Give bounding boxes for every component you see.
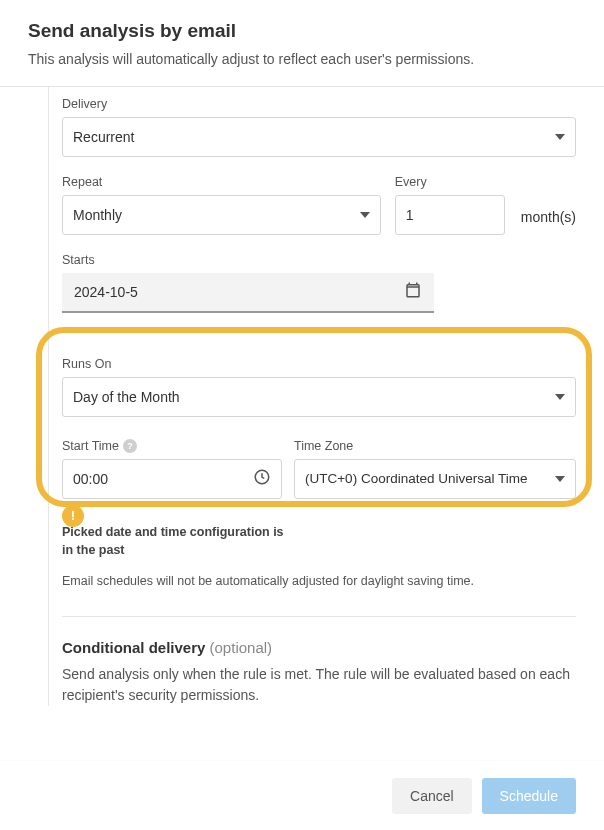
dialog-header: Send analysis by email This analysis wil… <box>0 0 604 87</box>
runs-on-value: Day of the Month <box>73 389 180 405</box>
every-value: 1 <box>406 207 414 223</box>
every-input[interactable]: 1 <box>395 195 505 235</box>
runs-on-label: Runs On <box>62 357 576 371</box>
warning-text: Picked date and time configuration is in… <box>62 523 576 561</box>
calendar-icon <box>404 281 422 302</box>
dst-info: Email schedules will not be automaticall… <box>62 574 576 588</box>
clock-icon <box>253 468 271 489</box>
divider <box>62 616 576 617</box>
schedule-button[interactable]: Schedule <box>482 778 576 814</box>
starts-value: 2024-10-5 <box>74 284 138 300</box>
runs-on-select[interactable]: Day of the Month <box>62 377 576 417</box>
help-icon[interactable]: ? <box>123 439 137 453</box>
timezone-value: (UTC+0) Coordinated Universal Time <box>305 471 527 486</box>
conditional-delivery-title: Conditional delivery (optional) <box>62 639 576 656</box>
dialog-title: Send analysis by email <box>28 20 576 42</box>
start-time-label: Start Time ? <box>62 439 282 453</box>
cancel-button[interactable]: Cancel <box>392 778 472 814</box>
starts-label: Starts <box>62 253 576 267</box>
start-time-input[interactable]: 00:00 <box>62 459 282 499</box>
scroll-fade <box>0 720 604 760</box>
repeat-label: Repeat <box>62 175 381 189</box>
dialog-footer: Cancel Schedule <box>0 760 604 830</box>
starts-date-input[interactable]: 2024-10-5 <box>62 273 434 313</box>
timezone-label: Time Zone <box>294 439 576 453</box>
chevron-down-icon <box>555 476 565 482</box>
repeat-select[interactable]: Monthly <box>62 195 381 235</box>
every-unit: month(s) <box>519 209 576 235</box>
delivery-label: Delivery <box>62 97 576 111</box>
timezone-select[interactable]: (UTC+0) Coordinated Universal Time <box>294 459 576 499</box>
conditional-delivery-desc: Send analysis only when the rule is met.… <box>62 664 576 706</box>
warning-icon: ! <box>62 505 84 527</box>
repeat-value: Monthly <box>73 207 122 223</box>
chevron-down-icon <box>555 394 565 400</box>
every-label: Every <box>395 175 505 189</box>
delivery-value: Recurrent <box>73 129 134 145</box>
chevron-down-icon <box>555 134 565 140</box>
chevron-down-icon <box>360 212 370 218</box>
dialog-content: Delivery Recurrent Repeat Monthly Every … <box>0 87 604 707</box>
step-rail <box>48 87 49 707</box>
dialog-subtitle: This analysis will automatically adjust … <box>28 50 576 70</box>
delivery-select[interactable]: Recurrent <box>62 117 576 157</box>
start-time-value: 00:00 <box>73 471 108 487</box>
